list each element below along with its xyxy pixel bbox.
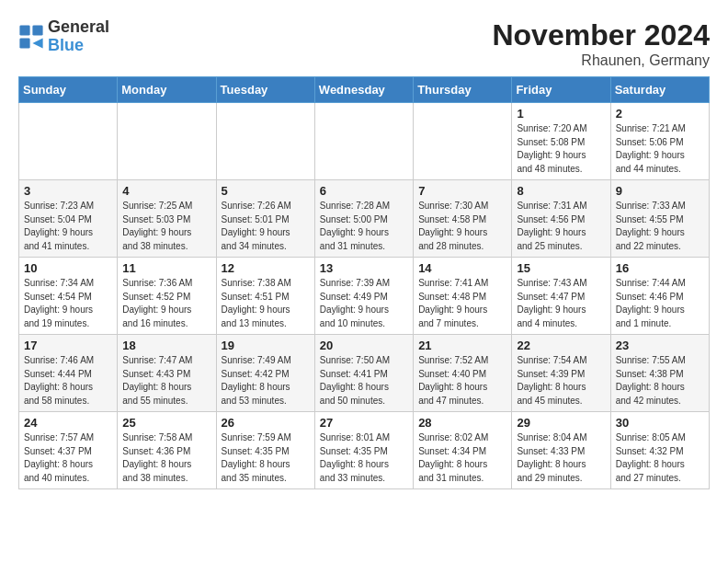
table-row: 28Sunrise: 8:02 AMSunset: 4:34 PMDayligh… [414, 412, 512, 489]
table-row: 6Sunrise: 7:28 AMSunset: 5:00 PMDaylight… [314, 180, 413, 258]
table-row: 23Sunrise: 7:55 AMSunset: 4:38 PMDayligh… [610, 335, 709, 412]
day-info: Sunrise: 8:02 AMSunset: 4:34 PMDaylight:… [418, 431, 506, 485]
svg-rect-0 [19, 25, 29, 35]
col-thursday: Thursday [414, 77, 512, 103]
header: General Blue November 2024 Rhaunen, Germ… [18, 18, 710, 69]
table-row: 27Sunrise: 8:01 AMSunset: 4:35 PMDayligh… [314, 412, 413, 489]
calendar-week-row: 24Sunrise: 7:57 AMSunset: 4:37 PMDayligh… [19, 412, 710, 489]
day-number: 22 [517, 339, 605, 352]
table-row: 20Sunrise: 7:50 AMSunset: 4:41 PMDayligh… [314, 335, 413, 412]
table-row: 24Sunrise: 7:57 AMSunset: 4:37 PMDayligh… [19, 412, 118, 489]
title-block: November 2024 Rhaunen, Germany [492, 18, 710, 69]
day-info: Sunrise: 7:41 AMSunset: 4:48 PMDaylight:… [418, 277, 506, 330]
day-number: 14 [418, 261, 506, 275]
day-info: Sunrise: 7:46 AMSunset: 4:44 PMDaylight:… [24, 354, 112, 408]
table-row: 14Sunrise: 7:41 AMSunset: 4:48 PMDayligh… [414, 258, 512, 335]
svg-rect-1 [32, 25, 42, 35]
day-info: Sunrise: 7:25 AMSunset: 5:03 PMDaylight:… [122, 200, 210, 253]
table-row: 21Sunrise: 7:52 AMSunset: 4:40 PMDayligh… [414, 335, 512, 412]
table-row: 13Sunrise: 7:39 AMSunset: 4:49 PMDayligh… [314, 258, 413, 335]
table-row: 8Sunrise: 7:31 AMSunset: 4:56 PMDaylight… [512, 180, 610, 258]
day-number: 28 [418, 416, 506, 430]
table-row: 2Sunrise: 7:21 AMSunset: 5:06 PMDaylight… [610, 103, 709, 180]
day-number: 3 [24, 184, 112, 198]
day-info: Sunrise: 7:49 AMSunset: 4:42 PMDaylight:… [222, 354, 310, 408]
col-saturday: Saturday [610, 77, 709, 103]
table-row: 11Sunrise: 7:36 AMSunset: 4:52 PMDayligh… [118, 258, 216, 335]
table-row: 3Sunrise: 7:23 AMSunset: 5:04 PMDaylight… [19, 180, 118, 258]
day-number: 10 [24, 261, 112, 275]
day-info: Sunrise: 7:23 AMSunset: 5:04 PMDaylight:… [24, 200, 112, 253]
day-number: 16 [616, 261, 704, 275]
day-info: Sunrise: 7:55 AMSunset: 4:38 PMDaylight:… [616, 354, 704, 408]
day-info: Sunrise: 8:01 AMSunset: 4:35 PMDaylight:… [320, 431, 408, 485]
calendar-header-row: Sunday Monday Tuesday Wednesday Thursday… [19, 77, 710, 103]
table-row: 12Sunrise: 7:38 AMSunset: 4:51 PMDayligh… [216, 258, 314, 335]
table-row: 9Sunrise: 7:33 AMSunset: 4:55 PMDaylight… [610, 180, 709, 258]
table-row: 29Sunrise: 8:04 AMSunset: 4:33 PMDayligh… [512, 412, 610, 489]
table-row: 7Sunrise: 7:30 AMSunset: 4:58 PMDaylight… [414, 180, 512, 258]
calendar-week-row: 17Sunrise: 7:46 AMSunset: 4:44 PMDayligh… [19, 335, 710, 412]
table-row [118, 103, 216, 180]
day-info: Sunrise: 7:36 AMSunset: 4:52 PMDaylight:… [122, 277, 210, 330]
svg-rect-2 [19, 38, 29, 48]
calendar-week-row: 3Sunrise: 7:23 AMSunset: 5:04 PMDaylight… [19, 180, 710, 258]
day-number: 7 [418, 184, 506, 198]
day-info: Sunrise: 7:47 AMSunset: 4:43 PMDaylight:… [122, 354, 210, 408]
day-number: 18 [122, 339, 210, 352]
table-row: 26Sunrise: 7:59 AMSunset: 4:35 PMDayligh… [216, 412, 314, 489]
day-info: Sunrise: 7:44 AMSunset: 4:46 PMDaylight:… [616, 277, 704, 330]
day-number: 30 [616, 416, 704, 430]
day-info: Sunrise: 7:34 AMSunset: 4:54 PMDaylight:… [24, 277, 112, 330]
table-row [414, 103, 512, 180]
day-number: 8 [517, 184, 605, 198]
day-number: 11 [122, 261, 210, 275]
day-info: Sunrise: 7:30 AMSunset: 4:58 PMDaylight:… [418, 200, 506, 253]
logo: General Blue [18, 18, 109, 55]
table-row [19, 103, 118, 180]
day-number: 21 [418, 339, 506, 352]
day-info: Sunrise: 7:59 AMSunset: 4:35 PMDaylight:… [222, 431, 310, 485]
day-number: 27 [320, 416, 408, 430]
day-number: 20 [320, 339, 408, 352]
day-info: Sunrise: 8:04 AMSunset: 4:33 PMDaylight:… [517, 431, 605, 485]
day-number: 26 [222, 416, 310, 430]
day-info: Sunrise: 7:21 AMSunset: 5:06 PMDaylight:… [616, 122, 704, 176]
day-info: Sunrise: 7:33 AMSunset: 4:55 PMDaylight:… [616, 200, 704, 253]
month-title: November 2024 [492, 18, 710, 52]
day-info: Sunrise: 7:54 AMSunset: 4:39 PMDaylight:… [517, 354, 605, 408]
table-row: 30Sunrise: 8:05 AMSunset: 4:32 PMDayligh… [610, 412, 709, 489]
table-row [314, 103, 413, 180]
day-info: Sunrise: 7:31 AMSunset: 4:56 PMDaylight:… [517, 200, 605, 253]
col-wednesday: Wednesday [314, 77, 413, 103]
day-number: 15 [517, 261, 605, 275]
col-sunday: Sunday [19, 77, 118, 103]
day-info: Sunrise: 8:05 AMSunset: 4:32 PMDaylight:… [616, 431, 704, 485]
day-number: 2 [616, 107, 704, 121]
calendar-week-row: 1Sunrise: 7:20 AMSunset: 5:08 PMDaylight… [19, 103, 710, 180]
day-number: 25 [122, 416, 210, 430]
calendar: Sunday Monday Tuesday Wednesday Thursday… [18, 76, 710, 489]
table-row: 19Sunrise: 7:49 AMSunset: 4:42 PMDayligh… [216, 335, 314, 412]
day-info: Sunrise: 7:57 AMSunset: 4:37 PMDaylight:… [24, 431, 112, 485]
day-info: Sunrise: 7:26 AMSunset: 5:01 PMDaylight:… [222, 200, 310, 253]
table-row: 5Sunrise: 7:26 AMSunset: 5:01 PMDaylight… [216, 180, 314, 258]
table-row: 10Sunrise: 7:34 AMSunset: 4:54 PMDayligh… [19, 258, 118, 335]
col-monday: Monday [118, 77, 216, 103]
table-row: 1Sunrise: 7:20 AMSunset: 5:08 PMDaylight… [512, 103, 610, 180]
logo-general: General Blue [48, 18, 109, 55]
table-row: 17Sunrise: 7:46 AMSunset: 4:44 PMDayligh… [19, 335, 118, 412]
day-number: 19 [222, 339, 310, 352]
day-number: 12 [222, 261, 310, 275]
table-row: 16Sunrise: 7:44 AMSunset: 4:46 PMDayligh… [610, 258, 709, 335]
day-number: 9 [616, 184, 704, 198]
location-title: Rhaunen, Germany [492, 52, 710, 69]
day-number: 4 [122, 184, 210, 198]
calendar-week-row: 10Sunrise: 7:34 AMSunset: 4:54 PMDayligh… [19, 258, 710, 335]
day-info: Sunrise: 7:39 AMSunset: 4:49 PMDaylight:… [320, 277, 408, 330]
svg-marker-3 [32, 38, 42, 48]
page: General Blue November 2024 Rhaunen, Germ… [0, 0, 728, 499]
day-info: Sunrise: 7:28 AMSunset: 5:00 PMDaylight:… [320, 200, 408, 253]
day-info: Sunrise: 7:43 AMSunset: 4:47 PMDaylight:… [517, 277, 605, 330]
day-number: 5 [222, 184, 310, 198]
